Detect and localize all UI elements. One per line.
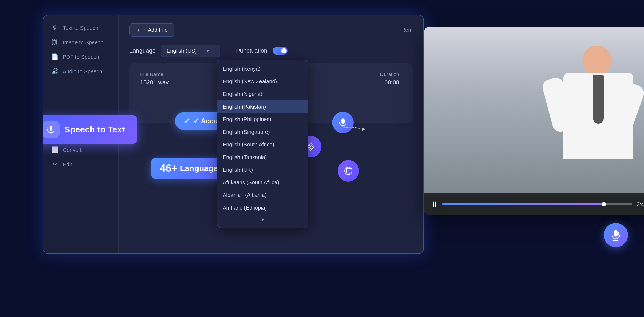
dropdown-item-en-pk[interactable]: English (Pakistan) xyxy=(217,100,308,113)
svg-rect-4 xyxy=(341,118,345,124)
progress-bar[interactable] xyxy=(442,203,632,205)
top-bar: ＋ + Add File Rem xyxy=(129,23,413,37)
language-select[interactable]: English (US) ▾ English (Kenya) English (… xyxy=(161,45,220,57)
sidebar-item-pdf-to-speech[interactable]: 📄 PDF to Speech xyxy=(43,50,118,64)
svg-text:T: T xyxy=(617,232,620,235)
top-right-label: Rem xyxy=(401,27,413,33)
person-figure xyxy=(526,43,644,193)
sidebar: 🎙 Text to Speech 🖼 Image to Speech 📄 PDF… xyxy=(43,15,119,253)
svg-point-7 xyxy=(310,146,311,147)
sidebar-item-image-to-speech[interactable]: 🖼 Image to Speech xyxy=(43,35,118,50)
sidebar-item-edit[interactable]: ✂ Edit xyxy=(43,157,118,172)
dropdown-item-en-za[interactable]: English (South Africa) xyxy=(217,138,308,151)
video-controls: ⏸ 2:40/3:08 xyxy=(424,193,644,215)
dropdown-item-en-nz[interactable]: English (New Zealand) xyxy=(217,75,308,88)
punctuation-toggle[interactable] xyxy=(273,47,288,55)
plus-icon: ＋ xyxy=(136,26,141,34)
scene: 🎙 Text to Speech 🖼 Image to Speech 📄 PDF… xyxy=(0,0,644,317)
main-content: ＋ + Add File Rem Language English (US) ▾… xyxy=(119,15,423,253)
stt-label: Speech to Text xyxy=(64,125,125,135)
duration-section: Duration 00:08 xyxy=(380,71,399,86)
speech-to-text-highlight[interactable]: T Speech to Text xyxy=(43,115,137,144)
add-file-button[interactable]: ＋ + Add File xyxy=(129,23,174,37)
time-display: 2:40/3:08 xyxy=(637,201,644,207)
punctuation-label: Punctuation xyxy=(236,47,267,54)
language-bar: Language English (US) ▾ English (Kenya) … xyxy=(129,45,413,57)
edit-icon: ✂ xyxy=(51,161,58,168)
dashed-arrow xyxy=(335,124,367,136)
globe-circle-icon xyxy=(338,160,359,182)
sidebar-item-convert[interactable]: ⬜ Convert xyxy=(43,143,118,157)
dropdown-item-af-za[interactable]: Afrikaans (South Africa) xyxy=(217,176,308,189)
dropdown-item-en-uk[interactable]: English (UK) xyxy=(217,164,308,176)
svg-marker-13 xyxy=(362,128,366,131)
selected-language: English (US) xyxy=(167,48,197,54)
svg-text:T: T xyxy=(47,126,48,129)
dropdown-item-en-ph[interactable]: English (Philippines) xyxy=(217,113,308,126)
language-dropdown: English (Kenya) English (New Zealand) En… xyxy=(217,60,308,228)
chevron-down-icon: ▾ xyxy=(206,48,209,54)
pdf-icon: 📄 xyxy=(51,53,58,60)
progress-bar-fill xyxy=(442,203,604,205)
svg-rect-0 xyxy=(50,126,52,131)
duration-label: Duration xyxy=(380,71,399,77)
dropdown-item-sq-al[interactable]: Albanian (Albania) xyxy=(217,189,308,201)
check-icon: ✓ xyxy=(184,117,190,125)
pause-button[interactable]: ⏸ xyxy=(430,200,438,209)
add-file-label: + Add File xyxy=(144,27,168,33)
voice-assistant-button[interactable]: T xyxy=(604,223,628,247)
stt-icon: T xyxy=(43,121,60,138)
svg-rect-14 xyxy=(614,230,618,237)
sidebar-item-text-to-speech[interactable]: 🎙 Text to Speech xyxy=(43,21,118,35)
dropdown-item-en-ke[interactable]: English (Kenya) xyxy=(217,63,308,75)
app-window: 🎙 Text to Speech 🖼 Image to Speech 📄 PDF… xyxy=(43,15,424,254)
microphone-icon: 🎙 xyxy=(51,24,58,31)
image-icon: 🖼 xyxy=(51,39,58,46)
video-section: ⏸ 2:40/3:08 xyxy=(424,27,644,215)
languages-count: 46+ xyxy=(160,163,177,174)
audio-icon: 🔊 xyxy=(51,68,58,75)
sidebar-item-audio-to-speech[interactable]: 🔊 Audio to Speech xyxy=(43,64,118,79)
duration-value: 00:08 xyxy=(380,79,399,86)
convert-icon: ⬜ xyxy=(51,146,58,153)
language-label: Language xyxy=(129,47,156,54)
languages-label: Languages xyxy=(180,164,222,173)
dropdown-scroll-down[interactable]: ▾ xyxy=(217,214,308,225)
dropdown-item-en-tz[interactable]: English (Tanzania) xyxy=(217,151,308,164)
dropdown-item-en-ng[interactable]: English (Nigeria) xyxy=(217,88,308,100)
dropdown-item-en-sg[interactable]: English (Singapore) xyxy=(217,126,308,138)
progress-dot xyxy=(602,202,606,206)
dropdown-item-am-et[interactable]: Amharic (Ethiopia) xyxy=(217,201,308,214)
